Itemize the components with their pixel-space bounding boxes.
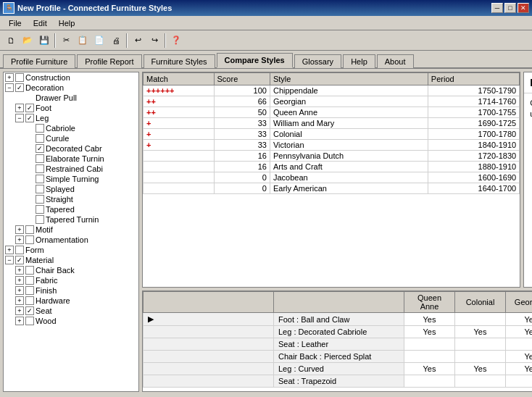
- tab-help[interactable]: Help: [343, 54, 375, 68]
- compare-row[interactable]: Chair Back : Pierced Splat Yes Yes: [144, 351, 533, 363]
- tree-expand-icon[interactable]: +: [15, 225, 24, 234]
- tree-checkbox[interactable]: [36, 154, 44, 163]
- table-row[interactable]: ++ 50 Queen Anne 1700-1755: [144, 107, 520, 118]
- cut-button[interactable]: ✂: [58, 33, 74, 49]
- tree-checkbox[interactable]: [25, 114, 34, 122]
- tree-checkbox[interactable]: [25, 266, 34, 275]
- tree-expand-icon[interactable]: +: [15, 296, 24, 305]
- tab-profile-furniture[interactable]: Profile Furniture: [3, 54, 75, 68]
- tree-checkbox[interactable]: [36, 205, 44, 214]
- tree-item[interactable]: +Finish: [4, 285, 138, 296]
- table-row[interactable]: + 33 Victorian 1840-1910: [144, 140, 520, 151]
- tree-expand-icon[interactable]: +: [15, 286, 24, 295]
- tree-expand-icon[interactable]: +: [15, 266, 24, 275]
- tree-checkbox[interactable]: [36, 185, 44, 193]
- compare-row[interactable]: Leg : Decorated Cabriole Yes Yes Yes: [144, 326, 533, 338]
- tree-item[interactable]: Decorated Cabr: [4, 143, 138, 154]
- help-button[interactable]: ❓: [168, 33, 184, 49]
- tree-expand-icon[interactable]: −: [5, 83, 14, 92]
- tree-expand-icon[interactable]: +: [15, 317, 24, 325]
- redo-button[interactable]: ↪: [146, 33, 162, 49]
- tree-checkbox[interactable]: [15, 246, 24, 254]
- tree-item[interactable]: Elaborate Turnin: [4, 154, 138, 164]
- table-row[interactable]: 16 Arts and Craft 1880-1910: [144, 162, 520, 172]
- tree-item[interactable]: Cabriole: [4, 123, 138, 133]
- tree-checkbox[interactable]: [25, 235, 34, 244]
- compare-row[interactable]: ▶ Foot : Ball and Claw Yes Yes Yes: [144, 313, 533, 326]
- save-button[interactable]: 💾: [36, 33, 52, 49]
- tree-checkbox[interactable]: [25, 306, 34, 315]
- minimize-button[interactable]: ─: [491, 3, 503, 13]
- tree-checkbox[interactable]: [36, 215, 44, 224]
- tree-checkbox[interactable]: [25, 225, 34, 234]
- tree-checkbox[interactable]: [36, 175, 44, 183]
- compare-row[interactable]: Seat : Trapezoid Yes: [144, 375, 533, 388]
- styles-table-container[interactable]: Match Score Style Period ++++++ 100 Chip…: [142, 72, 520, 288]
- tree-checkbox[interactable]: [25, 296, 34, 305]
- tab-compare-styles[interactable]: Compare Styles: [217, 53, 293, 68]
- tree-checkbox[interactable]: [36, 195, 44, 204]
- tree-item[interactable]: +Seat: [4, 306, 138, 316]
- tree-expand-icon[interactable]: +: [15, 104, 24, 112]
- tree-item[interactable]: Straight: [4, 194, 138, 204]
- maximize-button[interactable]: □: [504, 3, 516, 13]
- tree-expand-icon[interactable]: +: [5, 246, 14, 254]
- tree-item[interactable]: −Leg: [4, 113, 138, 123]
- compare-row[interactable]: Leg : Curved Yes Yes Yes Yes Yes: [144, 363, 533, 375]
- tree-checkbox[interactable]: [36, 144, 44, 153]
- tree-item[interactable]: Tapered Turnin: [4, 214, 138, 225]
- tree-item[interactable]: +Form: [4, 245, 138, 255]
- tree-checkbox[interactable]: [25, 286, 34, 295]
- tree-item[interactable]: Simple Turning: [4, 174, 138, 184]
- tree-item[interactable]: Drawer Pull: [4, 93, 138, 103]
- tree-panel[interactable]: +Construction−DecorationDrawer Pull+Foot…: [3, 72, 139, 392]
- tree-checkbox[interactable]: [36, 124, 44, 133]
- table-row[interactable]: ++ 66 Georgian 1714-1760: [144, 96, 520, 107]
- copy-button[interactable]: 📋: [75, 33, 91, 49]
- tree-checkbox[interactable]: [15, 256, 24, 264]
- tree-item[interactable]: +Ornamentation: [4, 235, 138, 245]
- tree-checkbox[interactable]: [25, 317, 34, 325]
- tree-checkbox[interactable]: [15, 73, 24, 82]
- table-row[interactable]: + 33 William and Mary 1690-1725: [144, 118, 520, 129]
- tab-about[interactable]: About: [377, 54, 414, 68]
- tree-item[interactable]: +Motif: [4, 225, 138, 235]
- tree-checkbox[interactable]: [36, 164, 44, 173]
- tree-item[interactable]: +Wood: [4, 316, 138, 326]
- tree-expand-icon[interactable]: −: [5, 256, 14, 264]
- tree-item[interactable]: Tapered: [4, 204, 138, 214]
- tree-expand-icon[interactable]: +: [5, 73, 14, 82]
- menu-edit[interactable]: Edit: [28, 17, 53, 29]
- tree-checkbox[interactable]: [15, 83, 24, 92]
- tree-item[interactable]: Splayed: [4, 184, 138, 194]
- tab-profile-report[interactable]: Profile Report: [77, 54, 141, 68]
- table-row[interactable]: 16 Pennsylvania Dutch 1720-1830: [144, 151, 520, 162]
- tree-item[interactable]: +Construction: [4, 72, 138, 83]
- table-row[interactable]: 0 Jacobean 1600-1690: [144, 172, 520, 183]
- tree-checkbox[interactable]: [25, 104, 34, 112]
- tree-checkbox[interactable]: [25, 276, 34, 285]
- tree-item[interactable]: +Foot: [4, 103, 138, 113]
- tree-checkbox[interactable]: [36, 134, 44, 143]
- print-button[interactable]: 🖨: [108, 33, 124, 49]
- tree-item[interactable]: −Decoration: [4, 83, 138, 93]
- tree-item[interactable]: −Material: [4, 255, 138, 265]
- tree-item[interactable]: +Chair Back: [4, 265, 138, 275]
- tree-item[interactable]: Restrained Cabi: [4, 164, 138, 174]
- undo-button[interactable]: ↩: [130, 33, 146, 49]
- close-button[interactable]: ✕: [518, 3, 529, 13]
- paste-button[interactable]: 📄: [91, 33, 107, 49]
- tree-expand-icon[interactable]: −: [15, 114, 24, 122]
- compare-table-container[interactable]: QueenAnne Colonial Georgian Pennsylvania…: [142, 291, 532, 392]
- open-button[interactable]: 📂: [20, 33, 36, 49]
- tree-expand-icon[interactable]: +: [15, 306, 24, 315]
- compare-row[interactable]: Seat : Leather Yes: [144, 338, 533, 351]
- menu-file[interactable]: File: [3, 17, 28, 29]
- tree-item[interactable]: +Hardware: [4, 296, 138, 306]
- tab-furniture-styles[interactable]: Furniture Styles: [144, 54, 215, 68]
- new-button[interactable]: 🗋: [3, 33, 19, 49]
- table-row[interactable]: 0 Early American 1640-1700: [144, 183, 520, 194]
- tree-expand-icon[interactable]: +: [15, 276, 24, 285]
- tree-item[interactable]: Curule: [4, 133, 138, 143]
- tree-expand-icon[interactable]: +: [15, 235, 24, 244]
